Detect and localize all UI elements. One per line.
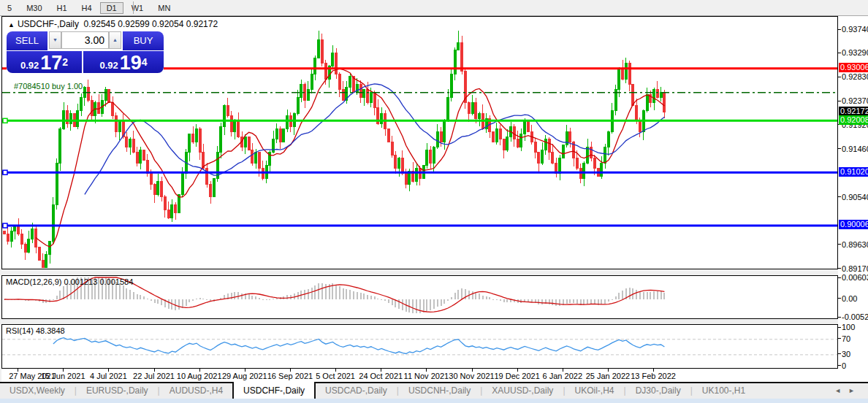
timeframe-button-d1[interactable]: D1 xyxy=(100,2,123,14)
spinner-up-icon: ▲ xyxy=(113,37,118,42)
date-label[interactable]: 13 Feb 2022 xyxy=(623,372,684,380)
price-badge-0.93006: 0.93006 xyxy=(839,63,868,72)
tab-usdx-weekly[interactable]: USDX,Weekly xyxy=(0,383,75,400)
price-tick-dash xyxy=(838,244,841,245)
rsi-chart-canvas[interactable] xyxy=(2,325,837,368)
rsi-indicator-pane[interactable]: RSI(14) 48.3848 xyxy=(1,324,838,369)
rsi-line xyxy=(53,338,665,354)
macd-tick-label: -0.00522 xyxy=(842,312,868,321)
tab-scroll-arrows[interactable]: ◄► xyxy=(834,387,862,394)
price-tick-label: 0.91460 xyxy=(842,145,868,153)
price-tick-label: 0.89170 xyxy=(842,264,868,273)
price-tick-label: 0.89630 xyxy=(842,240,868,249)
buy-price-sup: 4 xyxy=(142,51,148,73)
rsi-tick-dash xyxy=(838,353,841,354)
rsi-tick-dash xyxy=(838,327,841,328)
price-tick-label: 0.93740 xyxy=(842,25,868,34)
price-tick-label: 0.93290 xyxy=(842,48,868,57)
macd-tick-dash xyxy=(838,277,841,278)
chart-ohlc-values: 0.92545 0.92599 0.92054 0.92172 xyxy=(84,19,218,29)
buy-price-prefix: 0.92 xyxy=(99,59,118,72)
price-tick-label: 0.92830 xyxy=(842,72,868,81)
price-tick-dash xyxy=(838,53,841,53)
macd-tick-label: 0.006038 xyxy=(842,273,868,282)
sell-price-display[interactable]: 0.92 17 2 xyxy=(7,51,82,73)
volume-increase-button[interactable]: ▲ xyxy=(109,31,121,49)
price-tick-dash xyxy=(838,196,841,197)
rsi-tick-label: 100 xyxy=(842,323,855,331)
tab-ukoil--h4[interactable]: UKOil-,H4 xyxy=(566,383,624,400)
price-tick-dash xyxy=(838,29,841,30)
price-axis[interactable]: 0.937400.932900.928300.923700.919200.914… xyxy=(838,16,868,369)
timeframe-button-h1[interactable]: H1 xyxy=(50,2,74,14)
price-tick-dash xyxy=(838,268,841,269)
tab-usdchf--daily[interactable]: USDCHF-,Daily xyxy=(232,382,316,400)
tab-uk100--h1[interactable]: UK100-,H1 xyxy=(693,383,755,400)
hline-handle[interactable] xyxy=(3,170,7,174)
chart-symbol-title: USDCHF-,Daily xyxy=(18,19,79,29)
macd-label: MACD(12,26,9) 0.001213 0.001584 xyxy=(6,277,133,286)
tab-dj30--daily[interactable]: DJ30-,Daily xyxy=(626,383,690,400)
sell-price-sup: 2 xyxy=(62,51,68,73)
rsi-tick-dash xyxy=(838,338,841,339)
tab-xauusd--daily[interactable]: XAUUSD-,Daily xyxy=(482,383,563,400)
sell-price-big: 17 xyxy=(40,54,62,72)
collapse-quote-icon[interactable]: ▲ xyxy=(8,21,15,28)
price-tick-label: 0.92370 xyxy=(842,96,868,105)
symbol-tabbar: USDX,Weekly|EURUSD-,Daily|AUDUSD-,H4USDC… xyxy=(0,382,868,400)
status-bar-strip xyxy=(0,399,868,403)
macd-tick-dash xyxy=(838,317,841,318)
timeframe-toolbar: 5M30H1H4D1W1MN xyxy=(0,0,868,16)
macd-tick-label: 0.00 xyxy=(842,294,857,303)
tab-usdcnh--daily[interactable]: USDCNH-,Daily xyxy=(399,383,480,400)
buy-price-display[interactable]: 0.92 19 4 xyxy=(83,51,164,73)
timeframe-button-5[interactable]: 5 xyxy=(1,2,18,14)
toolbar-separator xyxy=(133,1,134,14)
price-tick-label: 0.90540 xyxy=(842,193,868,202)
tab-audusd--h4[interactable]: AUDUSD-,H4 xyxy=(160,383,232,400)
tab-scroll-right-icon[interactable]: ► xyxy=(848,387,862,394)
macd-indicator-pane[interactable]: MACD(12,26,9) 0.001213 0.001584 xyxy=(1,275,838,319)
price-badge-0.90006: 0.90006 xyxy=(839,220,868,229)
timeframe-buttons: 5M30H1H4D1W1MN xyxy=(0,2,178,14)
sell-button[interactable]: SELL xyxy=(7,31,47,50)
macd-tick-dash xyxy=(838,298,841,299)
rsi-tick-dash xyxy=(838,365,841,366)
tab-scroll-left-icon[interactable]: ◄ xyxy=(834,387,848,394)
rsi-label: RSI(14) 48.3848 xyxy=(6,326,65,335)
price-tick-dash xyxy=(838,77,841,77)
volume-input[interactable] xyxy=(61,31,109,49)
price-tick-dash xyxy=(838,101,841,101)
price-badge-0.91020: 0.91020 xyxy=(839,167,868,177)
buy-price-big: 19 xyxy=(120,54,142,72)
sell-price-prefix: 0.92 xyxy=(20,59,39,72)
buy-button[interactable]: BUY xyxy=(123,31,164,50)
date-axis[interactable]: 27 May 202115 Jun 20214 Jul 202122 Jul 2… xyxy=(1,369,868,382)
chart-header: ▲USDCHF-,Daily 0.92545 0.92599 0.92054 0… xyxy=(8,19,218,29)
order-line-label: #7084510 buy 1.00 xyxy=(14,82,83,91)
tab-eurusd--daily[interactable]: EURUSD-,Daily xyxy=(77,383,158,400)
rsi-tick-label: 30 xyxy=(842,350,850,358)
volume-decrease-button[interactable]: ▼ xyxy=(49,31,61,49)
price-tick-dash xyxy=(838,148,841,149)
one-click-trade-panel: SELL ▼ ▲ BUY 0.92 17 2 0.92 19 4 xyxy=(7,31,164,73)
timeframe-button-m30[interactable]: M30 xyxy=(20,2,48,14)
timeframe-button-w1[interactable]: W1 xyxy=(125,2,151,14)
timeframe-button-h4[interactable]: H4 xyxy=(75,2,99,14)
timeframe-button-mn[interactable]: MN xyxy=(151,2,177,14)
hline-handle[interactable] xyxy=(3,118,7,123)
rsi-tick-label: 70 xyxy=(842,334,850,343)
spinner-down-icon: ▼ xyxy=(53,37,58,42)
hline-handle[interactable] xyxy=(3,223,7,228)
price-badge-0.92008: 0.92008 xyxy=(839,115,868,125)
tab-usdcad--daily[interactable]: USDCAD-,Daily xyxy=(316,383,397,400)
